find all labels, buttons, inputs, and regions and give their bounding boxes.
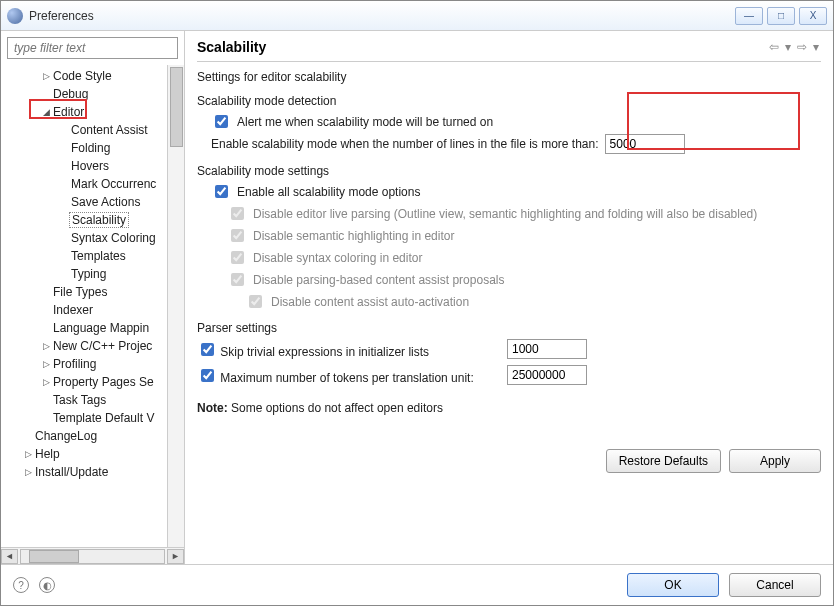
- tree-item-code-style[interactable]: ▷Code Style: [1, 67, 167, 85]
- skip-label: Skip trivial expressions in initializer …: [220, 345, 429, 359]
- app-icon: [7, 8, 23, 24]
- tree-item-install-update[interactable]: ▷Install/Update: [1, 463, 167, 481]
- tree-item-hovers[interactable]: Hovers: [1, 157, 167, 175]
- sidebar: ▷Code Style Debug ◢Editor Content Assist…: [1, 31, 185, 564]
- window-title: Preferences: [29, 9, 735, 23]
- nav-forward-icon[interactable]: ⇨: [795, 40, 809, 54]
- tree-item-editor[interactable]: ◢Editor: [1, 103, 167, 121]
- disable-auto-row: Disable content assist auto-activation: [245, 292, 469, 311]
- restore-defaults-button[interactable]: Restore Defaults: [606, 449, 721, 473]
- disable-syntax-checkbox: [231, 251, 244, 264]
- page-subtitle: Settings for editor scalability: [197, 70, 821, 84]
- tree-item-changelog[interactable]: ChangeLog: [1, 427, 167, 445]
- enable-all-label: Enable all scalability mode options: [237, 185, 420, 199]
- nav-back-menu-icon[interactable]: ▾: [783, 40, 793, 54]
- tree-item-mark-occurrences[interactable]: Mark Occurrenc: [1, 175, 167, 193]
- tree-item-folding[interactable]: Folding: [1, 139, 167, 157]
- max-input[interactable]: [507, 365, 587, 385]
- filter-input[interactable]: [7, 37, 178, 59]
- note-bold: Note:: [197, 401, 228, 415]
- tree-item-template-default[interactable]: Template Default V: [1, 409, 167, 427]
- max-row[interactable]: Maximum number of tokens per translation…: [197, 366, 507, 385]
- footer: ? ◐ OK Cancel: [1, 564, 833, 605]
- max-checkbox[interactable]: [201, 369, 214, 382]
- skip-checkbox[interactable]: [201, 343, 214, 356]
- disable-parsing-row: Disable parsing-based content assist pro…: [227, 270, 504, 289]
- titlebar[interactable]: Preferences — □ X: [1, 1, 833, 31]
- tree-item-property-pages[interactable]: ▷Property Pages Se: [1, 373, 167, 391]
- enable-threshold-input[interactable]: [605, 134, 685, 154]
- main-panel: Scalability ⇦ ▾ ⇨ ▾ Settings for editor …: [185, 31, 833, 564]
- tree-item-language-mappings[interactable]: Language Mappin: [1, 319, 167, 337]
- skip-input[interactable]: [507, 339, 587, 359]
- close-button[interactable]: X: [799, 7, 827, 25]
- tree-item-task-tags[interactable]: Task Tags: [1, 391, 167, 409]
- tree-item-content-assist[interactable]: Content Assist: [1, 121, 167, 139]
- tree-item-debug[interactable]: Debug: [1, 85, 167, 103]
- minimize-button[interactable]: —: [735, 7, 763, 25]
- tree-horizontal-scrollbar[interactable]: ◄ ►: [1, 547, 184, 564]
- scroll-right-icon[interactable]: ►: [167, 549, 184, 564]
- disable-parsing-checkbox: [231, 273, 244, 286]
- alert-checkbox-row[interactable]: Alert me when scalability mode will be t…: [211, 112, 493, 131]
- disable-syntax-row: Disable syntax coloring in editor: [227, 248, 422, 267]
- detection-title: Scalability mode detection: [197, 94, 821, 108]
- tree-item-typing[interactable]: Typing: [1, 265, 167, 283]
- enable-all-row[interactable]: Enable all scalability mode options: [211, 182, 420, 201]
- preferences-tree[interactable]: ▷Code Style Debug ◢Editor Content Assist…: [1, 65, 167, 547]
- tree-item-syntax-coloring[interactable]: Syntax Coloring: [1, 229, 167, 247]
- help-icon[interactable]: ?: [13, 577, 29, 593]
- disable-semantic-row: Disable semantic highlighting in editor: [227, 226, 454, 245]
- disable-semantic-checkbox: [231, 229, 244, 242]
- alert-checkbox[interactable]: [215, 115, 228, 128]
- tree-vertical-scrollbar[interactable]: [167, 65, 184, 547]
- scroll-left-icon[interactable]: ◄: [1, 549, 18, 564]
- tree-item-file-types[interactable]: File Types: [1, 283, 167, 301]
- tree-item-templates[interactable]: Templates: [1, 247, 167, 265]
- settings-title: Scalability mode settings: [197, 164, 821, 178]
- tree-item-new-project[interactable]: ▷New C/C++ Projec: [1, 337, 167, 355]
- tree-item-help[interactable]: ▷Help: [1, 445, 167, 463]
- tree-item-scalability[interactable]: Scalability: [1, 211, 167, 229]
- disable-auto-checkbox: [249, 295, 262, 308]
- page-title: Scalability: [197, 39, 767, 55]
- note-text: Some options do not affect open editors: [228, 401, 443, 415]
- import-export-icon[interactable]: ◐: [39, 577, 55, 593]
- note: Note: Some options do not affect open ed…: [197, 401, 821, 415]
- apply-button[interactable]: Apply: [729, 449, 821, 473]
- tree-item-profiling[interactable]: ▷Profiling: [1, 355, 167, 373]
- disable-live-checkbox: [231, 207, 244, 220]
- tree-item-save-actions[interactable]: Save Actions: [1, 193, 167, 211]
- skip-row[interactable]: Skip trivial expressions in initializer …: [197, 340, 507, 359]
- alert-label: Alert me when scalability mode will be t…: [237, 115, 493, 129]
- maximize-button[interactable]: □: [767, 7, 795, 25]
- cancel-button[interactable]: Cancel: [729, 573, 821, 597]
- max-label: Maximum number of tokens per translation…: [220, 371, 473, 385]
- nav-forward-menu-icon[interactable]: ▾: [811, 40, 821, 54]
- parser-title: Parser settings: [197, 321, 821, 335]
- tree-item-indexer[interactable]: Indexer: [1, 301, 167, 319]
- preferences-window: Preferences — □ X ▷Code Style Debug ◢Edi…: [0, 0, 834, 606]
- disable-live-row: Disable editor live parsing (Outline vie…: [227, 204, 757, 223]
- nav-back-icon[interactable]: ⇦: [767, 40, 781, 54]
- enable-threshold-label: Enable scalability mode when the number …: [211, 137, 599, 151]
- ok-button[interactable]: OK: [627, 573, 719, 597]
- enable-all-checkbox[interactable]: [215, 185, 228, 198]
